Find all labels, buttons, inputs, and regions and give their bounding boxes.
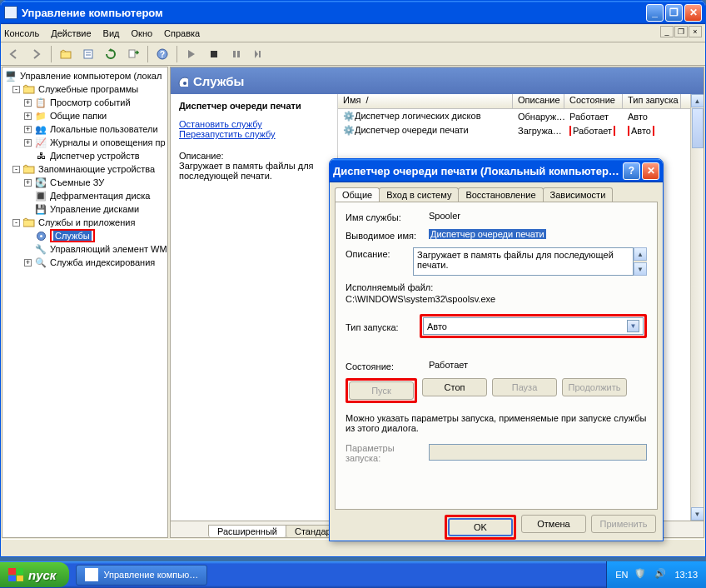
menubar: Консоль Действие Вид Окно Справка: [1, 24, 705, 42]
clock[interactable]: 13:13: [674, 570, 698, 580]
tree-item-removable[interactable]: +💽Съемные ЗУ: [2, 176, 167, 189]
stop-button[interactable]: Стоп: [422, 378, 487, 396]
mdi-child-controls: _ ❐ ×: [660, 26, 702, 37]
mdi-restore[interactable]: ❐: [674, 26, 688, 37]
menu-help[interactable]: Справка: [164, 28, 200, 38]
tree-item-services[interactable]: Службы: [2, 229, 167, 242]
dialog-tabs: Общие Вход в систему Восстановление Зави…: [330, 182, 663, 202]
label-params: Параметры запуска:: [346, 441, 429, 463]
chevron-down-icon[interactable]: ▼: [627, 320, 639, 332]
tree-group-services-apps[interactable]: -Службы и приложения: [2, 216, 167, 229]
tab-extended[interactable]: Расширенный: [208, 525, 286, 537]
app-icon: [85, 568, 98, 581]
tab-general[interactable]: Общие: [335, 187, 380, 202]
pause-btn: Пауза: [492, 378, 557, 396]
scroll-up-icon[interactable]: ▲: [634, 247, 647, 261]
tab-deps[interactable]: Зависимости: [543, 187, 614, 202]
svg-rect-11: [23, 87, 34, 93]
back-button[interactable]: [4, 45, 24, 63]
close-button[interactable]: ✕: [684, 4, 702, 22]
hint-text: Можно указать параметры запуска, применя…: [346, 413, 647, 433]
menu-action[interactable]: Действие: [51, 28, 91, 38]
tree-item-shares[interactable]: +📁Общие папки: [2, 109, 167, 122]
tray-icon[interactable]: 🛡️: [634, 568, 648, 581]
tree-pane[interactable]: 🖥️Управление компьютером (локал -Служебн…: [2, 67, 168, 538]
forward-button[interactable]: [27, 45, 47, 63]
list-row[interactable]: ⚙️Диспетчер очереди печати Загружа… Рабо…: [338, 123, 690, 137]
lang-indicator[interactable]: EN: [615, 570, 628, 580]
window-title: Управление компьютером: [22, 7, 646, 19]
ok-button[interactable]: OK: [448, 518, 513, 536]
tree-item-perflogs[interactable]: +📈Журналы и оповещения пр: [2, 136, 167, 149]
restart-link[interactable]: Перезапустить службу: [179, 129, 329, 139]
stop-link[interactable]: Остановить службу: [179, 119, 329, 129]
scroll-down-icon[interactable]: ▼: [634, 262, 647, 276]
services-header-text: Службы: [193, 74, 244, 88]
svg-rect-4: [129, 50, 135, 57]
label-display: Выводимое имя:: [346, 229, 429, 241]
mdi-close[interactable]: ×: [689, 26, 702, 37]
props-button[interactable]: [78, 45, 98, 63]
svg-rect-1: [84, 50, 92, 58]
dialog-titlebar[interactable]: Диспетчер очереди печати (Локальный комп…: [330, 159, 663, 182]
tree-item-devmgr[interactable]: 🖧Диспетчер устройств: [2, 149, 167, 162]
titlebar[interactable]: Управление компьютером _ ❐ ✕: [1, 1, 705, 24]
help-button[interactable]: ?: [152, 45, 172, 63]
export-button[interactable]: [123, 45, 143, 63]
value-exe: C:\WINDOWS\system32\spoolsv.exe: [346, 294, 647, 304]
col-desc[interactable]: Описание: [513, 94, 564, 108]
tree-item-diskmgmt[interactable]: 💾Управление дисками: [2, 202, 167, 216]
minimize-button[interactable]: _: [646, 4, 664, 22]
col-startup[interactable]: Тип запуска: [623, 94, 681, 108]
tab-logon[interactable]: Вход в систему: [379, 187, 459, 202]
tree-item-users[interactable]: +👥Локальные пользователи: [2, 122, 167, 136]
mdi-minimize[interactable]: _: [660, 26, 674, 37]
tree-item-events[interactable]: +📋Просмотр событий: [2, 96, 167, 109]
scroll-up-icon[interactable]: ▲: [691, 94, 704, 107]
scroll-down-icon[interactable]: ▼: [691, 507, 704, 521]
desc-label: Описание:: [179, 151, 329, 161]
label-svcname: Имя службы:: [346, 211, 429, 222]
menu-view[interactable]: Вид: [103, 28, 120, 38]
tree-root[interactable]: 🖥️Управление компьютером (локал: [2, 69, 167, 82]
menu-console[interactable]: Консоль: [4, 28, 39, 38]
tree-item-wmi[interactable]: 🔧Управляющий элемент WM: [2, 242, 167, 256]
play-button[interactable]: [181, 45, 201, 63]
desc-text: Загружает в память файлы для последующей…: [179, 161, 329, 181]
startup-combo[interactable]: Авто▼: [423, 317, 644, 335]
svg-rect-8: [233, 51, 236, 57]
svg-rect-9: [237, 51, 240, 57]
dialog-close-button[interactable]: ✕: [642, 162, 659, 180]
tree-item-indexing[interactable]: +🔍Служба индексирования: [2, 256, 167, 269]
svg-point-15: [40, 235, 42, 237]
services-header: Службы: [171, 67, 704, 94]
start-button: Пуск: [349, 381, 414, 400]
system-tray[interactable]: EN 🛡️ 🔊 13:13: [606, 561, 706, 588]
list-row[interactable]: ⚙️Диспетчер логических дисков Обнаруж… Р…: [338, 109, 690, 123]
cancel-button[interactable]: Отмена: [521, 515, 586, 533]
tree-item-defrag[interactable]: 🔳Дефрагментация диска: [2, 189, 167, 202]
resume-button: Продолжить: [562, 378, 627, 396]
tab-recovery[interactable]: Восстановление: [458, 187, 543, 202]
tray-icon[interactable]: 🔊: [654, 568, 668, 581]
scroll-thumb[interactable]: [692, 108, 704, 148]
list-header: Имя / Описание Состояние Тип запуска: [338, 94, 690, 109]
pause-button[interactable]: [226, 45, 246, 63]
col-name[interactable]: Имя /: [338, 94, 513, 108]
tree-group-storage[interactable]: -Запоминающие устройства: [2, 162, 167, 176]
maximize-button[interactable]: ❐: [665, 4, 683, 22]
menu-window[interactable]: Окно: [132, 28, 153, 38]
selected-service-name: Диспетчер очереди печати: [179, 101, 329, 111]
scrollbar-v[interactable]: ▲ ▼: [690, 94, 704, 521]
restart-tb-button[interactable]: [249, 45, 269, 63]
value-svcname: Spooler: [429, 211, 647, 221]
taskbar-item[interactable]: Управление компью…: [76, 565, 207, 586]
dialog-help-button[interactable]: ?: [623, 162, 640, 180]
desc-textarea[interactable]: [413, 247, 634, 276]
refresh-button[interactable]: [101, 45, 121, 63]
up-button[interactable]: [56, 45, 76, 63]
col-state[interactable]: Состояние: [564, 94, 623, 108]
tree-group-utilities[interactable]: -Служебные программы: [2, 82, 167, 96]
start-button[interactable]: пуск: [0, 562, 69, 587]
stop-tb-button[interactable]: [204, 45, 224, 63]
